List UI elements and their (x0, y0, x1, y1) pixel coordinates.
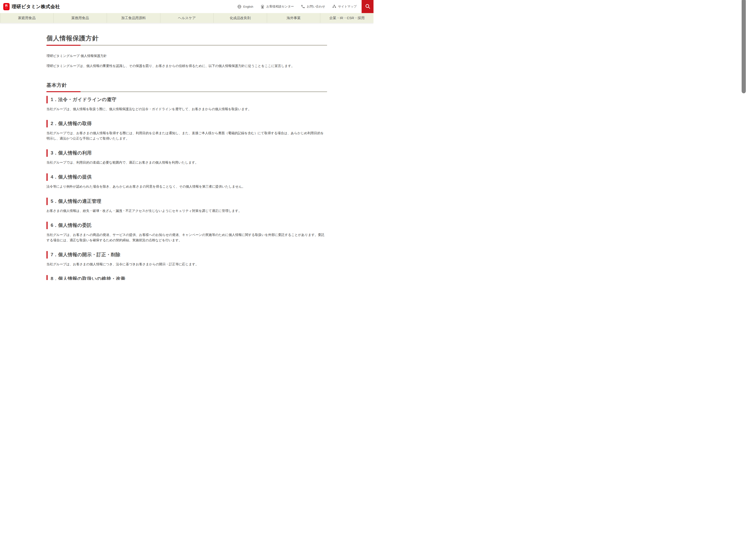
company-name: 理研ビタミン株式会社 (12, 3, 60, 10)
utility-link-sitemap[interactable]: サイトマップ (332, 4, 357, 9)
policy-section-6: 6．個人情報の委託 当社グループは、お客さまへの商品の発送、サービスの提供、お客… (47, 222, 327, 243)
section-body: 当社グループは、個人情報を取扱う際に、個人情報保護法などの法令・ガイドラインを遵… (47, 106, 327, 111)
search-button[interactable] (362, 0, 374, 13)
section-body: 当社グループは、お客さまへの商品の発送、サービスの提供、お客様へのお知らせの発送… (47, 232, 327, 243)
intro-text: 理研ビタミングループは、個人情報の重要性を認識し、その保護を図り、お客さまからの… (47, 63, 327, 69)
section-heading: 8．個人情報の取扱いの維持・改善 (47, 275, 327, 280)
nav-item-overseas[interactable]: 海外事業 (267, 13, 320, 23)
logo-kana-text: リケン (5, 7, 8, 9)
company-logo[interactable]: R リケン 理研ビタミン株式会社 (3, 3, 60, 10)
nav-item-home-foods[interactable]: 家庭用食品 (0, 13, 53, 23)
utility-link-label: English (243, 5, 253, 8)
policy-section-3: 3．個人情報の利用 当社グループでは、利用目的の達成に必要な範囲内で、適正にお客… (47, 149, 327, 165)
policy-section-2: 2．個人情報の取得 当社グループでは、お客さまの個人情報を取得する際には、利用目… (47, 120, 327, 141)
policy-section-5: 5．個人情報の適正管理 お客さまの個人情報は、紛失・破壊・改ざん・漏洩・不正アク… (47, 197, 327, 213)
nav-item-chemical-improvers[interactable]: 化成品改良剤 (213, 13, 267, 23)
utility-link-label: サイトマップ (338, 4, 357, 9)
site-header: R リケン 理研ビタミン株式会社 English (0, 0, 374, 13)
policy-section-7: 7．個人情報の開示・訂正・削除 当社グループは、お客さまの個人情報につき、法令に… (47, 251, 327, 267)
nav-item-commercial-foods[interactable]: 業務用食品 (53, 13, 107, 23)
section-body: 法令等により例外が認められた場合を除き、あらかじめお客さまの同意を得ることなく、… (47, 184, 327, 189)
section-heading: 6．個人情報の委託 (47, 222, 327, 229)
policy-section-4: 4．個人情報の提供 法令等により例外が認められた場合を除き、あらかじめお客さまの… (47, 174, 327, 189)
policy-section-1: 1．法令・ガイドラインの遵守 当社グループは、個人情報を取扱う際に、個人情報保護… (47, 96, 327, 111)
section-heading: 1．法令・ガイドラインの遵守 (47, 96, 327, 103)
section-heading: 2．個人情報の取得 (47, 120, 327, 127)
section-heading: 3．個人情報の利用 (47, 149, 327, 157)
nav-item-processed-ingredients[interactable]: 加工食品用原料 (107, 13, 160, 23)
title-divider (47, 45, 327, 46)
customer-center-icon (260, 4, 265, 9)
globe-icon (237, 4, 241, 9)
section-body: お客さまの個人情報は、紛失・破壊・改ざん・漏洩・不正アクセスが生じないようにセキ… (47, 208, 327, 213)
phone-icon (301, 4, 305, 9)
riken-logo-mark: R リケン (3, 3, 9, 10)
group-divider (47, 91, 327, 92)
utility-link-label: お問い合わせ (307, 4, 325, 9)
main-content: 個人情報保護方針 理研ビタミングループ 個人情報保護方針 理研ビタミングループは… (47, 23, 327, 280)
nav-item-healthcare[interactable]: ヘルスケア (160, 13, 213, 23)
section-body: 当社グループでは、お客さまの個人情報を取得する際には、利用目的を公表または通知し… (47, 130, 327, 141)
utility-link-label: お客様相談センター (266, 4, 294, 9)
section-body: 当社グループでは、利用目的の達成に必要な範囲内で、適正にお客さまの個人情報を利用… (47, 160, 327, 165)
group-title: 基本方針 (47, 82, 327, 88)
section-heading: 7．個人情報の開示・訂正・削除 (47, 251, 327, 259)
logo-r-glyph: R (5, 4, 8, 7)
utility-link-customer-center[interactable]: お客様相談センター (260, 4, 294, 9)
page-title: 個人情報保護方針 (47, 34, 327, 43)
intro-label: 理研ビタミングループ 個人情報保護方針 (47, 53, 327, 58)
section-body: 当社グループは、お客さまの個人情報につき、法令に基づきお客さまからの開示・訂正等… (47, 262, 327, 267)
utility-nav: English お客様相談センター お問い合わせ (237, 4, 357, 9)
section-heading: 4．個人情報の提供 (47, 174, 327, 181)
search-icon (365, 3, 370, 10)
policy-section-8: 8．個人情報の取扱いの維持・改善 (47, 275, 327, 280)
nav-item-corporate-ir-csr[interactable]: 企業・IR・CSR・採用 (320, 13, 374, 23)
utility-link-contact[interactable]: お問い合わせ (301, 4, 325, 9)
utility-link-english[interactable]: English (237, 4, 253, 9)
sitemap-icon (332, 4, 336, 9)
section-heading: 5．個人情報の適正管理 (47, 197, 327, 205)
global-nav: 家庭用食品 業務用食品 加工食品用原料 ヘルスケア 化成品改良剤 海外事業 企業… (0, 13, 374, 23)
